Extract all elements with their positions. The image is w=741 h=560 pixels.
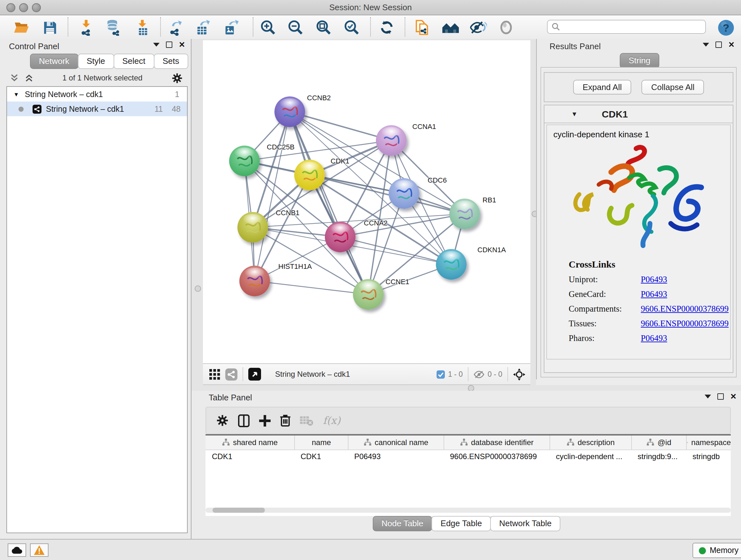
expand-all-icon[interactable] [25, 73, 33, 82]
network-row-selected[interactable]: String Network – cdk1 11 48 [7, 102, 187, 116]
gene-expander-icon[interactable]: ▼ [571, 111, 578, 118]
selected-checkbox-icon[interactable] [436, 370, 445, 378]
table-horizontal-scrollbar[interactable] [205, 508, 731, 513]
memory-button[interactable]: Memory [692, 543, 741, 558]
first-neighbors-button[interactable] [441, 18, 460, 37]
network-edge[interactable] [340, 237, 451, 264]
detach-view-icon[interactable] [248, 368, 261, 381]
save-session-button[interactable] [40, 18, 59, 37]
collapse-all-icon[interactable] [10, 73, 18, 82]
network-node-cdkn1a[interactable] [436, 249, 467, 280]
table-cell[interactable]: CDK1 [205, 450, 294, 464]
horizontal-splitter-handle[interactable] [468, 385, 474, 391]
column-header-shared-name[interactable]: shared name [205, 435, 294, 449]
network-node-ccnb1[interactable] [238, 212, 268, 243]
zoom-in-button[interactable] [259, 18, 278, 37]
table-cell[interactable]: cyclin-dependent ... [549, 450, 631, 464]
panel-float-icon[interactable] [716, 42, 722, 48]
export-image-button[interactable] [221, 18, 241, 37]
hide-selection-button[interactable] [468, 18, 488, 37]
crosslink-link[interactable]: P06493 [641, 274, 667, 285]
crosslink-link[interactable]: 9606.ENSP00000378699 [641, 319, 729, 329]
table-row[interactable]: CDK1CDK1P064939606.ENSP00000378699cyclin… [205, 450, 731, 464]
network-node-ccnb2[interactable] [274, 97, 305, 127]
zoom-fit-button[interactable] [314, 18, 333, 37]
tab-node-table[interactable]: Node Table [373, 516, 432, 531]
copy-network-button[interactable] [412, 18, 431, 37]
column-header-namespace[interactable]: namespace [686, 435, 731, 449]
crosslink-link[interactable]: 9606.ENSP00000378699 [641, 304, 729, 314]
network-options-gear-icon[interactable] [172, 72, 183, 83]
column-header-canonical-name[interactable]: canonical name [348, 435, 444, 449]
panel-float-icon[interactable] [166, 42, 172, 48]
help-button[interactable]: ? [716, 18, 735, 37]
network-node-ccne1[interactable] [353, 279, 384, 310]
scrollbar-thumb[interactable] [212, 508, 265, 513]
add-column-icon[interactable] [259, 415, 271, 426]
cloud-status-button[interactable] [8, 543, 26, 557]
search-input[interactable] [560, 22, 705, 32]
export-table-button[interactable] [193, 18, 212, 37]
tab-select[interactable]: Select [113, 54, 154, 69]
zoom-out-button[interactable] [286, 18, 305, 37]
column-header-@id[interactable]: @id [631, 435, 686, 449]
tree-expander-icon[interactable]: ▼ [13, 91, 19, 98]
gene-header[interactable]: ▼ CDK1 [544, 105, 733, 123]
panel-float-icon[interactable] [718, 393, 724, 400]
expand-all-button[interactable]: Expand All [573, 80, 631, 95]
hidden-eye-icon[interactable] [474, 370, 484, 378]
crosslink-link[interactable]: P06493 [641, 333, 667, 344]
import-network-database-button[interactable] [104, 18, 123, 37]
warnings-button[interactable] [30, 543, 49, 557]
refresh-button[interactable] [377, 18, 396, 37]
table-options-gear-icon[interactable] [216, 415, 228, 427]
network-node-rb1[interactable] [449, 199, 480, 229]
network-view[interactable]: CCNB2CCNA1CDC25BCDK1CDC6RB1CCNB1CCNA2CDK… [203, 40, 530, 363]
network-node-ccna1[interactable] [376, 125, 407, 156]
show-all-button[interactable] [496, 18, 516, 37]
network-edge[interactable] [255, 112, 290, 281]
column-header-database-identifier[interactable]: database identifier [444, 435, 549, 449]
network-node-ccna2[interactable] [325, 222, 355, 252]
zoom-selected-button[interactable] [342, 18, 361, 37]
tab-edge-table[interactable]: Edge Table [432, 516, 491, 531]
left-splitter-handle[interactable] [195, 286, 201, 292]
panel-close-icon[interactable]: ✕ [179, 42, 185, 48]
grid-view-icon[interactable] [209, 369, 220, 380]
tab-string[interactable]: String [620, 53, 659, 68]
column-header-description[interactable]: description [549, 435, 631, 449]
search-field[interactable] [547, 20, 706, 34]
panel-close-icon[interactable]: ✕ [728, 42, 735, 48]
network-node-cdc25b[interactable] [229, 145, 260, 176]
table-cell[interactable]: 9606.ENSP00000378699 [444, 450, 549, 464]
tab-sets[interactable]: Sets [153, 54, 188, 69]
export-network-button[interactable] [166, 18, 185, 37]
network-node-cdk1[interactable] [294, 160, 325, 190]
network-node-hist1h1a[interactable] [239, 266, 270, 296]
table-cell[interactable]: stringdb:9... [631, 450, 686, 464]
delete-column-icon[interactable] [280, 415, 290, 427]
panel-menu-icon[interactable] [153, 43, 159, 47]
crosslink-link[interactable]: P06493 [641, 289, 667, 300]
collapse-all-button[interactable]: Collapse All [642, 80, 704, 95]
table-cell[interactable]: stringdb [686, 450, 731, 464]
table-cell[interactable]: P06493 [348, 450, 444, 464]
column-header-name[interactable]: name [294, 435, 348, 449]
panel-menu-icon[interactable] [704, 395, 711, 398]
table-cell[interactable]: CDK1 [294, 450, 348, 464]
network-canvas[interactable]: CCNB2CCNA1CDC25BCDK1CDC6RB1CCNB1CCNA2CDK… [203, 40, 530, 363]
network-collection-row[interactable]: ▼ String Network – cdk1 1 [7, 87, 187, 102]
tab-style[interactable]: Style [77, 54, 114, 69]
panel-menu-icon[interactable] [703, 43, 709, 47]
fit-content-crosshair-icon[interactable] [513, 368, 525, 380]
show-columns-icon[interactable] [238, 414, 250, 427]
horizontal-splitter[interactable] [192, 385, 741, 391]
import-table-file-button[interactable] [133, 18, 152, 37]
network-node-cdc6[interactable] [389, 178, 419, 209]
panel-close-icon[interactable]: ✕ [730, 393, 737, 400]
import-network-file-button[interactable] [77, 18, 96, 37]
tab-network[interactable]: Network [30, 54, 78, 69]
tab-network-table[interactable]: Network Table [490, 516, 560, 531]
network-share-icon[interactable] [225, 368, 238, 380]
open-session-button[interactable] [12, 18, 31, 37]
